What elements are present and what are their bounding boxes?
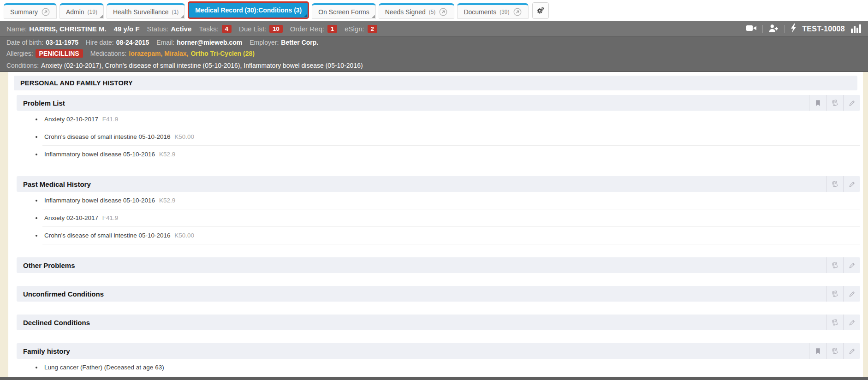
patient-hire-date: 08-24-2015 [116,39,149,46]
bar-chart-icon[interactable] [850,24,862,34]
list-item: Crohn's disease of small intestine 05-10… [42,227,860,244]
patient-demographics-bar: Date of birth: 03-11-1975 Hire date: 08-… [0,37,868,48]
tab-count: (39) [499,9,509,15]
section-other-problems: Other Problems [17,257,860,273]
condition-list: Inflammatory bowel disease 05-10-2016 K5… [17,192,860,244]
condition-text: Inflammatory bowel disease 05-10-2016 [44,151,155,158]
section-past-medical-history: Past Medical History Inflammatory bowel … [17,176,860,244]
main-content: PERSONAL AND FAMILY HISTORY Problem List [0,72,868,377]
list-item: Anxiety 02-10-2017 F41.9 [42,111,860,128]
medications-links[interactable]: lorazepam, Miralax, [129,50,188,57]
email-label: Email: [156,39,174,46]
condition-text: Anxiety 02-10-2017 [44,214,98,221]
icd-code: K52.9 [159,151,175,158]
condition-text: Anxiety 02-10-2017 [44,116,98,123]
add-person-icon[interactable] [768,24,779,34]
section-header: Declined Conditions [17,315,860,330]
bookmark-icon[interactable] [809,95,826,111]
dropdown-corner-icon [304,14,307,17]
tab-documents[interactable]: Documents (39) [457,3,528,19]
book-icon[interactable] [826,176,843,192]
tab-on-screen-forms[interactable]: On Screen Forms [312,3,375,19]
dropdown-corner-icon [372,15,375,18]
open-in-new-icon[interactable] [513,7,522,17]
book-icon[interactable] [826,315,843,330]
icd-code: K52.9 [159,197,175,204]
section-title: Problem List [23,99,65,107]
book-icon[interactable] [826,343,843,359]
section-unconfirmed-conditions: Unconfirmed Conditions [17,286,860,302]
order-req-label: Order Req: [290,25,324,33]
lightning-icon[interactable] [790,24,797,34]
tab-summary[interactable]: Summary [4,3,57,19]
list-item: Anxiety 02-10-2017 F41.9 [42,209,860,227]
divider [784,25,785,33]
pencil-icon[interactable] [843,315,860,330]
pencil-icon[interactable] [843,343,860,359]
patient-allergies-bar: Allergies: PENICILLINS Medications: lora… [0,48,868,59]
due-list-count-badge[interactable]: 10 [269,25,282,33]
open-in-new-icon[interactable] [439,7,448,17]
employer-label: Employer: [250,39,279,46]
book-icon[interactable] [826,95,843,111]
book-icon[interactable] [826,286,843,302]
tab-label: Medical Record (30):Conditions (3) [195,6,302,14]
tab-admin[interactable]: Admin (19) [59,3,104,19]
tab-needs-signed[interactable]: Needs Signed (5) [379,3,455,19]
icd-code: F41.9 [102,214,119,221]
list-item: Inflammatory bowel disease 05-10-2016 K5… [42,146,860,163]
allergy-badge[interactable]: PENICILLINS [36,49,83,58]
condition-text: Lung cancer (Father) (Deceased at age 63… [44,364,164,371]
employee-id: TEST-10008 [802,25,845,33]
tab-label: Admin [66,8,84,16]
medications-label: Medications: [90,50,127,57]
tab-settings-button[interactable] [532,2,549,19]
tab-count: (1) [172,9,179,15]
patient-conditions-bar: Conditions: Anxiety (02-10-2017), Crohn'… [0,59,868,72]
dropdown-corner-icon [181,15,184,18]
section-header: Past Medical History [17,176,860,192]
patient-status: Active [171,25,191,33]
content-panel: PERSONAL AND FAMILY HISTORY Problem List [8,72,863,377]
patient-age-sex: 49 y/o F [114,25,140,33]
tab-label: Health Surveillance [113,8,169,16]
order-req-count-badge[interactable]: 1 [327,25,337,33]
book-icon[interactable] [826,257,843,273]
section-header: Problem List [17,95,860,111]
patient-name: HARRIS, CHRISTINE M. [29,25,107,33]
dropdown-corner-icon [100,15,103,18]
bookmark-icon[interactable] [809,343,826,359]
icd-code: K50.00 [174,232,194,239]
section-title: Other Problems [23,261,75,269]
tasks-label: Tasks: [199,25,219,33]
pencil-icon[interactable] [843,286,860,302]
condition-text: Inflammatory bowel disease 05-10-2016 [44,197,155,204]
list-item: Inflammatory bowel disease 05-10-2016 K5… [42,192,860,209]
tab-count: (5) [429,9,436,15]
patient-summary-bar: Name: HARRIS, CHRISTINE M. 49 y/o F Stat… [0,21,868,37]
condition-text: Crohn's disease of small intestine 05-10… [44,232,170,239]
tab-health-surveillance[interactable]: Health Surveillance (1) [107,3,185,19]
allergies-label: Allergies: [6,50,33,57]
section-problem-list: Problem List A [17,95,860,163]
patient-conditions: Anxiety (02-10-2017), Crohn's disease of… [41,62,363,69]
gears-icon [536,6,545,15]
pencil-icon[interactable] [843,176,860,192]
patient-email: horner@mieweb.com [177,39,242,46]
open-in-new-icon[interactable] [41,7,50,17]
due-list-label: Due List: [239,25,266,33]
section-title: Declined Conditions [23,319,90,327]
section-title: Family history [23,347,70,355]
icd-code: F41.9 [102,116,119,123]
pencil-icon[interactable] [843,257,860,273]
video-camera-icon[interactable] [746,24,757,34]
icd-code: K50.00 [174,133,194,140]
dob-label: Date of birth: [6,39,43,46]
section-actions [826,257,860,273]
tab-medical-record-conditions[interactable]: Medical Record (30):Conditions (3) [188,1,309,19]
tasks-count-badge[interactable]: 4 [222,25,232,33]
pencil-icon[interactable] [843,95,860,111]
esign-count-badge[interactable]: 2 [368,25,377,33]
medication-link-refill[interactable]: Ortho Tri-Cyclen (28) [190,50,254,57]
section-family-history: Family history [17,343,860,376]
